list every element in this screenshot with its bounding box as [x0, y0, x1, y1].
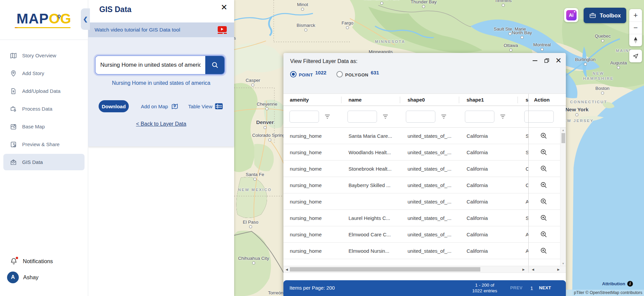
scroll-down-icon[interactable]: ▼: [560, 261, 566, 266]
items-per-page-label: Items per Page: 200: [289, 285, 335, 291]
scroll-right-icon[interactable]: ▶: [521, 266, 526, 273]
base-map-icon: [10, 123, 17, 130]
filter-input-name[interactable]: [347, 111, 377, 123]
polygon-radio[interactable]: [336, 71, 343, 77]
sidebar-item-label: Base Map: [22, 124, 45, 129]
collapse-panel-button[interactable]: ❮: [81, 8, 90, 30]
map-place-dot: [264, 126, 267, 129]
notifications-button[interactable]: Notifications: [0, 254, 88, 269]
ai-icon: Ai ✦: [566, 10, 577, 20]
zoom-to-feature-button[interactable]: [540, 247, 547, 254]
table-row[interactable]: nursing_home Elmwood Nursin... united_st…: [283, 243, 566, 259]
zoom-out-button[interactable]: −: [629, 21, 642, 34]
horizontal-scrollbar-thumb[interactable]: [290, 267, 480, 272]
filter-icon[interactable]: [325, 114, 330, 119]
scroll-left-icon[interactable]: ◀: [284, 266, 289, 273]
minimize-icon[interactable]: [532, 57, 538, 64]
action-scroll-left-icon[interactable]: ◀: [530, 266, 536, 273]
table-row[interactable]: nursing_home Stonebrook Healt... united_…: [283, 161, 566, 177]
search-button[interactable]: [205, 56, 224, 74]
user-menu[interactable]: A Ashay: [0, 269, 88, 286]
map-place-label: Burlington: [575, 57, 596, 66]
sidebar-item-base-map[interactable]: Base Map: [3, 118, 85, 135]
zoom-to-feature-button[interactable]: [540, 132, 547, 139]
sidebar: MAPOG ⚲ Story Overview Add Story: [0, 0, 88, 296]
map-place-label: Thunder Bay: [411, 0, 436, 8]
filter-icon[interactable]: [441, 114, 446, 119]
panel-header: GIS Data ✕: [88, 0, 234, 22]
compass-button[interactable]: [629, 34, 642, 46]
sidebar-item-add-upload-data[interactable]: Add/Upload Data: [3, 83, 85, 99]
table-row[interactable]: nursing_home united_states_of_... Califo…: [283, 193, 566, 210]
filter-input-shape0[interactable]: [406, 111, 435, 123]
action-scroll-right-icon[interactable]: ▶: [556, 266, 561, 273]
column-header-s: s: [518, 94, 529, 106]
vertical-scrollbar-thumb[interactable]: [561, 133, 565, 143]
map-place-label: MINNESOTA: [375, 40, 406, 44]
table-row[interactable]: nursing_home Woodlands Healt... united_s…: [283, 144, 566, 161]
filter-input-amenity[interactable]: [289, 111, 319, 123]
map-place-label: Quebec: [595, 34, 610, 42]
sidebar-item-add-story[interactable]: Add Story: [3, 65, 85, 81]
zoom-to-feature-button[interactable]: [540, 231, 547, 238]
zoom-to-feature-button[interactable]: [540, 181, 547, 189]
filter-icon[interactable]: [500, 114, 505, 119]
horizontal-scrollbar[interactable]: ◀ ▶ ◀ ▶: [283, 266, 566, 273]
sidebar-item-story-overview[interactable]: Story Overview: [3, 47, 85, 64]
table-row[interactable]: nursing_home Santa Maria Care... united_…: [283, 128, 566, 144]
sidebar-item-process-data[interactable]: Process Data: [3, 101, 85, 117]
zoom-to-feature-button[interactable]: [540, 198, 547, 205]
youtube-icon: [218, 26, 227, 34]
toolbox-button[interactable]: Toolbox: [584, 8, 626, 23]
back-to-layer-data-link[interactable]: < Back to Layer Data: [88, 121, 234, 127]
prev-page-button[interactable]: PREV: [510, 285, 523, 290]
map-place-label: Timmins: [495, 0, 512, 7]
filter-icon[interactable]: [383, 114, 388, 119]
polygon-count: 631: [371, 70, 379, 75]
info-icon[interactable]: i: [627, 281, 633, 287]
attribution-link[interactable]: Attribution i: [602, 281, 633, 287]
cell-name: Elmwood Care C...: [341, 232, 400, 237]
zoom-in-button[interactable]: +: [629, 9, 642, 21]
download-button[interactable]: Download: [99, 100, 129, 112]
zoom-to-feature-button[interactable]: [540, 165, 547, 172]
map-place-dot: [584, 63, 587, 66]
sidebar-item-preview-share[interactable]: Preview & Share: [3, 136, 85, 153]
close-panel-icon[interactable]: ✕: [221, 3, 227, 11]
list-edit-icon: [10, 141, 17, 148]
locate-button[interactable]: [629, 50, 642, 62]
sidebar-item-gis-data[interactable]: GIS Data: [3, 154, 85, 170]
current-page-number[interactable]: 1: [530, 285, 533, 291]
gis-search-box: [95, 55, 225, 75]
vertical-scrollbar[interactable]: ▲ ▼: [560, 128, 566, 266]
map-place-label: International Falls: [364, 0, 400, 5]
ai-assist-button[interactable]: Ai ✦: [564, 8, 578, 22]
zoom-to-feature-button[interactable]: [540, 214, 547, 222]
filter-input-s[interactable]: [524, 111, 554, 123]
maximize-icon[interactable]: [543, 57, 550, 64]
entries-range: 1 - 200 of 1022 entries: [463, 282, 506, 294]
cell-s: A: [518, 232, 529, 237]
ai-icon-label: Ai: [569, 12, 574, 18]
panel-body: Nursing Home in united states of america…: [88, 37, 234, 146]
watch-tutorial-link[interactable]: Watch video tutorial for GIS Data tool: [88, 22, 234, 37]
search-result-link[interactable]: Nursing Home in united states of america: [88, 80, 234, 86]
table-row[interactable]: nursing_home Bayberry Skilled ... united…: [283, 177, 566, 193]
close-modal-icon[interactable]: ✕: [555, 57, 562, 64]
gis-search-input[interactable]: [96, 56, 205, 74]
map-place-dot: [508, 32, 511, 35]
filter-input-shape1[interactable]: [465, 111, 494, 123]
table-row[interactable]: nursing_home Laurel Heights C... united_…: [283, 210, 566, 226]
map-place-label: Casper: [246, 78, 260, 86]
cell-shape1: California: [459, 166, 518, 172]
zoom-to-feature-button[interactable]: [540, 149, 547, 156]
next-page-button[interactable]: NEXT: [539, 285, 551, 290]
add-on-map-button[interactable]: Add on Map: [141, 100, 179, 112]
map-place-dot: [268, 138, 271, 141]
table-view-button[interactable]: Table View: [188, 100, 223, 112]
point-radio[interactable]: [290, 71, 297, 77]
table-row[interactable]: nursing_home Elmwood Care C... united_st…: [283, 226, 566, 243]
scroll-up-icon[interactable]: ▲: [560, 128, 566, 132]
map-place-dot: [617, 66, 620, 69]
zoom-in-magnifier-icon: [540, 165, 547, 172]
